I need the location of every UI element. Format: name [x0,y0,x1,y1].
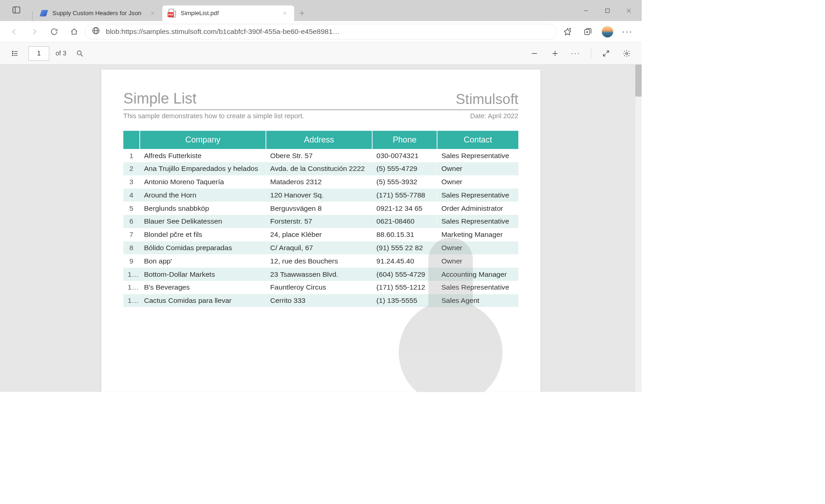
cell-contact: Owner [437,162,518,175]
cell-contact: Sales Representative [437,188,518,202]
table-row: 1Alfreds FutterkisteObere Str. 57030-007… [123,149,518,162]
cell-address: 24, place Kléber [266,228,372,241]
url-text: blob:https://samples.stimulsoft.com/b1ca… [106,27,550,36]
cell-company: Blondel pčre et fils [140,228,266,241]
back-button[interactable] [5,22,23,41]
close-tab-icon[interactable] [280,9,289,17]
cell-phone: 0621-08460 [372,215,437,228]
table-row: 2Ana Trujillo Emparedados y heladosAvda.… [123,162,518,175]
pdf-settings-button[interactable] [620,46,634,60]
svg-line-28 [81,54,82,56]
table-row: 6Blauer See DelikatessenForsterstr. 5706… [123,215,518,228]
table-row: 10Bottom-Dollar Markets23 Tsawwassen Blv… [123,268,518,281]
address-bar: blob:https://samples.stimulsoft.com/b1ca… [0,21,642,43]
cell-company: Alfreds Futterkiste [140,149,266,162]
profile-avatar[interactable] [598,22,616,41]
svg-point-25 [12,55,13,56]
table-row: 4Around the Horn120 Hanover Sq.(171) 555… [123,188,518,202]
site-info-icon[interactable] [92,27,100,37]
col-contact: Contact [437,131,518,149]
cell-index: 9 [123,254,140,268]
search-button[interactable] [73,46,87,60]
cell-company: Antonio Moreno Taquería [140,175,266,189]
more-menu-button[interactable]: ··· [618,22,637,41]
tab-inactive[interactable]: Supply Custom Headers for Json [34,5,162,21]
pdf-page: Simple List Stimulsoft This sample demon… [101,70,540,392]
cell-contact: Sales Agent [437,294,518,307]
col-address: Address [266,131,372,149]
cell-address: C/ Araquil, 67 [266,241,372,255]
cell-index: 3 [123,175,140,189]
report-date: Date: April 2022 [470,112,518,120]
new-tab-button[interactable] [294,5,310,21]
col-index [123,131,140,149]
cell-company: Bottom-Dollar Markets [140,268,266,281]
cell-company: B's Beverages [140,281,266,294]
cell-index: 4 [123,188,140,202]
tab-label: Supply Custom Headers for Json [52,10,143,17]
cell-phone: (91) 555 22 82 [372,241,437,255]
fit-page-button[interactable] [599,46,613,60]
minimize-button[interactable] [575,0,597,21]
svg-rect-9 [605,9,609,12]
forward-button[interactable] [25,22,43,41]
cell-phone: (171) 555-1212 [372,281,437,294]
divider [591,48,591,59]
cell-phone: (604) 555-4729 [372,268,437,281]
more-pdf-options[interactable]: ··· [569,46,583,60]
close-tab-icon[interactable] [148,9,157,17]
svg-point-21 [12,51,13,52]
cell-contact: Owner [437,241,518,255]
cell-index: 11 [123,281,140,294]
cell-phone: 91.24.45.40 [372,254,437,268]
table-row: 7Blondel pčre et fils24, place Kléber88.… [123,228,518,241]
cell-index: 2 [123,162,140,175]
scrollbar-thumb[interactable] [635,65,642,97]
table-row: 5Berglunds snabbköpBerguvsvägen 80921-12… [123,202,518,215]
svg-point-27 [77,51,82,55]
svg-line-33 [604,54,606,56]
favorite-button[interactable] [558,22,577,41]
page-number-input[interactable]: 1 [28,46,49,60]
cell-company: Bon app' [140,254,266,268]
cell-phone: 88.60.15.31 [372,228,437,241]
cell-address: Fauntleroy Circus [266,281,372,294]
zoom-in-button[interactable] [548,46,562,60]
cell-contact: Owner [437,175,518,189]
cell-address: 12, rue des Bouchers [266,254,372,268]
report-description: This sample demonstrates how to create a… [123,112,304,120]
divider [32,11,33,21]
refresh-button[interactable] [45,22,63,41]
stimulsoft-favicon [40,10,48,17]
tab-active[interactable]: PDF SimpleList.pdf [162,5,294,21]
tab-strip: Supply Custom Headers for Json PDF Simpl… [0,0,642,21]
maximize-button[interactable] [597,0,618,21]
cell-phone: (1) 135-5555 [372,294,437,307]
pdf-toolbar: 1 of 3 ··· [0,43,642,65]
cell-company: Cactus Comidas para llevar [140,294,266,307]
divider [123,110,518,110]
svg-point-35 [399,301,502,392]
scrollbar-track[interactable] [635,65,642,392]
table-row: 11B's BeveragesFauntleroy Circus(171) 55… [123,281,518,294]
pdf-viewport[interactable]: Simple List Stimulsoft This sample demon… [0,65,642,392]
cell-company: Around the Horn [140,188,266,202]
cell-address: Forsterstr. 57 [266,215,372,228]
toc-button[interactable] [8,46,22,60]
panel-toggle-icon[interactable] [12,5,21,16]
cell-index: 10 [123,268,140,281]
omnibox[interactable]: blob:https://samples.stimulsoft.com/b1ca… [85,24,557,39]
window-controls [575,0,639,21]
zoom-out-button[interactable] [527,46,541,60]
collections-button[interactable] [578,22,597,41]
tab-label: SimpleList.pdf [181,10,275,17]
close-window-button[interactable] [618,0,640,21]
cell-address: Berguvsvägen 8 [266,202,372,215]
cell-address: Obere Str. 57 [266,149,372,162]
cell-phone: (171) 555-7788 [372,188,437,202]
cell-phone: (5) 555-4729 [372,162,437,175]
svg-point-23 [12,53,13,54]
svg-rect-0 [13,7,20,13]
table-row: 8Bólido Comidas preparadasC/ Araquil, 67… [123,241,518,255]
home-button[interactable] [65,22,83,41]
